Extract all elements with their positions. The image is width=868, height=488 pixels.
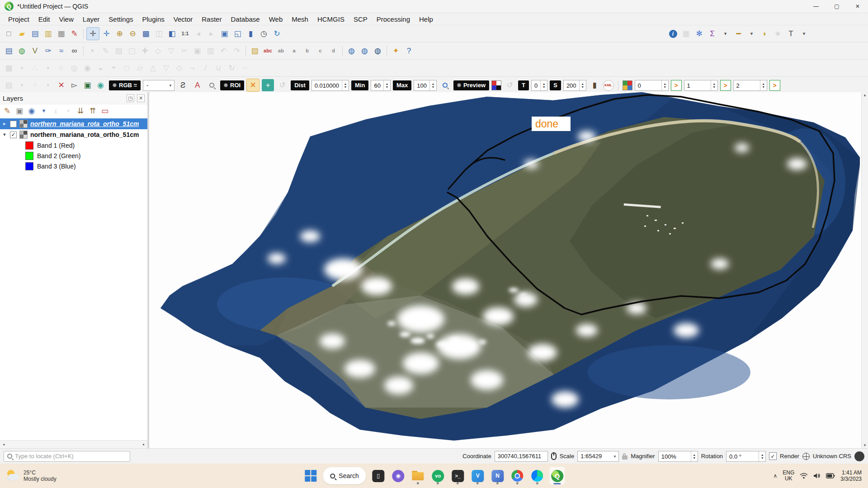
radio-icon[interactable]: [457, 83, 461, 87]
render-checkbox[interactable]: ✓: [769, 452, 777, 460]
battery-icon[interactable]: [826, 473, 835, 479]
scroll-left-icon[interactable]: ◂: [0, 442, 7, 446]
start-button[interactable]: [303, 467, 318, 485]
new-3d-map-view-icon[interactable]: ◱: [231, 28, 244, 40]
magnifier-spinner[interactable]: 100%: [658, 451, 698, 462]
scroll-right-icon[interactable]: ▸: [140, 442, 147, 446]
collapse-arrow-icon[interactable]: ▼: [2, 132, 7, 137]
locate-search-input[interactable]: Type to locate (Ctrl+K): [4, 451, 130, 462]
menu-raster[interactable]: Raster: [197, 15, 226, 23]
scp-signature-icon[interactable]: A: [191, 79, 203, 91]
metasearch-icon[interactable]: ◍: [345, 45, 358, 57]
web-service-icon[interactable]: ◍: [359, 45, 371, 57]
georeferencer-icon[interactable]: ∞: [68, 45, 80, 57]
processing-toolbox-icon[interactable]: ✻: [693, 28, 705, 40]
band-green[interactable]: Band 2 (Green): [0, 150, 147, 161]
messages-icon[interactable]: [854, 451, 864, 461]
layer-item-1[interactable]: ► northern_mariana_rota_ortho_51cm: [0, 118, 147, 129]
pan-to-selection-icon[interactable]: ✛: [100, 28, 113, 40]
add-group-icon[interactable]: ▣: [14, 105, 25, 116]
scp-classification-grid-icon[interactable]: [623, 80, 632, 90]
scp-zoom-roi-icon[interactable]: [206, 79, 218, 91]
menu-project[interactable]: Project: [4, 15, 34, 23]
app-qgis[interactable]: Q: [550, 467, 565, 485]
filter-legend-icon[interactable]: ▼: [38, 105, 49, 116]
app-phone-link[interactable]: ▯: [371, 467, 386, 485]
map-vertical-scrollbar[interactable]: ▲ ▼: [861, 92, 868, 448]
close-button[interactable]: ✕: [847, 0, 868, 13]
scp-rgb-combo[interactable]: -▾: [143, 80, 175, 91]
app-upnote[interactable]: vo: [430, 467, 446, 485]
app-chrome[interactable]: [510, 467, 525, 485]
data-source-manager-icon[interactable]: ▤: [3, 45, 15, 57]
extent-toggle-icon[interactable]: [551, 452, 557, 460]
language-indicator[interactable]: ENG UK: [783, 470, 794, 482]
menu-help[interactable]: Help: [415, 15, 438, 23]
scale-combo[interactable]: 1:65429 ▾: [577, 451, 619, 462]
close-panel-button[interactable]: ✕: [137, 94, 145, 102]
temporal-controller-icon[interactable]: ◷: [258, 28, 270, 40]
zoom-native-icon[interactable]: 1:1: [179, 28, 191, 40]
scp-band2-spinner[interactable]: 2: [733, 80, 767, 91]
text-annotation-icon[interactable]: T: [785, 28, 797, 40]
scp-save-signature-icon[interactable]: ▮: [589, 79, 601, 91]
new-project-icon[interactable]: □: [3, 28, 15, 40]
menu-view[interactable]: View: [55, 15, 78, 23]
radio-icon[interactable]: [224, 83, 228, 87]
menu-edit[interactable]: Edit: [34, 15, 55, 23]
rotation-spinner[interactable]: 0.0 °: [726, 451, 766, 462]
menu-plugins[interactable]: Plugins: [138, 15, 169, 23]
add-layer-icon[interactable]: ◍: [16, 45, 28, 57]
label-tool-2-icon[interactable]: b: [301, 45, 313, 57]
identify-features-icon[interactable]: i: [667, 28, 679, 40]
measure-line-icon[interactable]: ━: [732, 28, 745, 40]
scp-s-spinner[interactable]: 200: [563, 80, 586, 91]
statistical-summary-icon[interactable]: Σ: [706, 28, 718, 40]
band-red[interactable]: Band 1 (Red): [0, 140, 147, 150]
app-terminal[interactable]: >_: [450, 467, 466, 485]
weather-widget[interactable]: 25°C Mostly cloudy: [0, 469, 115, 482]
new-shapefile-icon[interactable]: V: [29, 45, 41, 57]
app-n[interactable]: N: [490, 467, 505, 485]
expand-all-icon[interactable]: ⇊: [75, 105, 86, 116]
menu-hcmgis[interactable]: HCMGIS: [313, 15, 349, 23]
menu-settings[interactable]: Settings: [104, 15, 137, 23]
zoom-full-icon[interactable]: ▩: [140, 28, 152, 40]
tray-chevron-icon[interactable]: ∧: [773, 473, 777, 479]
new-map-view-icon[interactable]: ▣: [218, 28, 231, 40]
help-contents-icon[interactable]: ?: [403, 45, 415, 57]
globe-3d-icon[interactable]: ◍: [372, 45, 384, 57]
scp-remove-icon[interactable]: ✕: [55, 79, 67, 91]
scp-pointer-icon[interactable]: ▻: [68, 79, 80, 91]
app-teams[interactable]: ◉: [391, 467, 406, 485]
scp-roi-add-icon[interactable]: +: [262, 79, 274, 91]
new-mesh-layer-icon[interactable]: ≈: [55, 45, 67, 57]
new-virtual-layer-icon[interactable]: ✑: [42, 45, 54, 57]
maximize-button[interactable]: ▢: [826, 0, 847, 13]
scale-lock-icon[interactable]: [622, 455, 627, 460]
zoom-in-icon[interactable]: ⊕: [113, 28, 126, 40]
taskbar-search[interactable]: Search: [323, 467, 366, 484]
layer-diagram-icon[interactable]: ab: [275, 45, 287, 57]
menu-processing[interactable]: Processing: [372, 15, 415, 23]
scp-rgb-composite-icon[interactable]: [491, 80, 501, 90]
expand-arrow-icon[interactable]: ►: [2, 122, 7, 126]
app-file-explorer[interactable]: [410, 467, 426, 485]
map-canvas[interactable]: done ▲ ▼: [149, 92, 868, 448]
app-pycharm[interactable]: [530, 467, 545, 485]
show-layout-manager-icon[interactable]: ▦: [55, 28, 67, 40]
layer2-checkbox[interactable]: ✓: [10, 131, 17, 138]
measure-dropdown-icon[interactable]: ▾: [745, 28, 758, 40]
label-tool-3-icon[interactable]: c: [314, 45, 326, 57]
menu-scp[interactable]: SCP: [349, 15, 372, 23]
radio-icon[interactable]: [113, 83, 117, 87]
menu-database[interactable]: Database: [226, 15, 264, 23]
scp-max-spinner[interactable]: 100: [414, 80, 437, 91]
app-v[interactable]: V: [470, 467, 486, 485]
layer-item-2[interactable]: ▼ ✓ northern_mariana_rota_ortho_51cm: [0, 129, 147, 140]
raster-image-icon[interactable]: ▨: [249, 45, 261, 57]
refresh-map-icon[interactable]: ↻: [271, 28, 283, 40]
scp-min-spinner[interactable]: 60: [371, 80, 390, 91]
scp-t-spinner[interactable]: 0: [531, 80, 547, 91]
menu-mesh[interactable]: Mesh: [287, 15, 313, 23]
